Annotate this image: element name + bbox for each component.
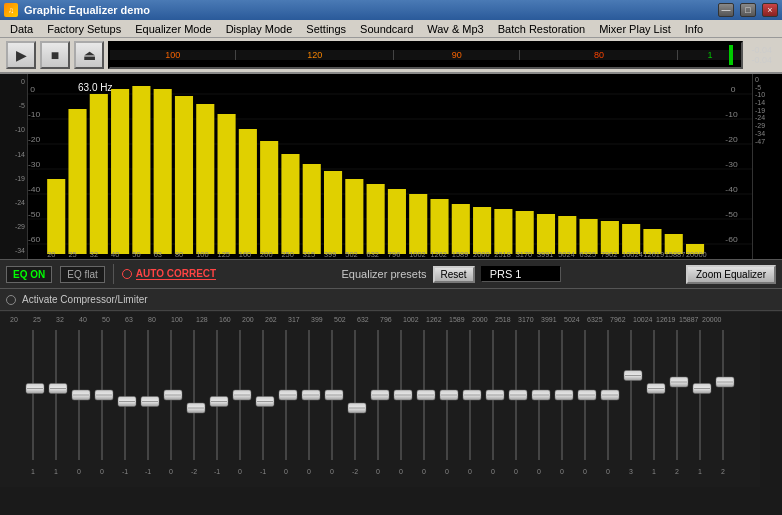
rscale-n34: -34 xyxy=(755,130,780,138)
eq-on-button[interactable]: EQ ON xyxy=(6,266,52,283)
rscale-n19: -19 xyxy=(755,107,780,115)
svg-text:317: 317 xyxy=(288,316,300,323)
fader-value-0: 1 xyxy=(31,468,35,475)
toolbar: ▶ ■ ⏏ 100 120 90 80 1 -0.04 -0.04 xyxy=(0,38,782,74)
svg-rect-21 xyxy=(47,179,65,254)
svg-rect-31 xyxy=(260,141,278,254)
fader-value-14: -2 xyxy=(352,468,358,475)
compressor-radio[interactable] xyxy=(6,295,16,305)
svg-text:160: 160 xyxy=(239,250,251,259)
fader-value-12: 0 xyxy=(307,468,311,475)
menu-batch-restoration[interactable]: Batch Restoration xyxy=(492,22,591,36)
faders-area: 20 25 32 40 50 63 80 100 128 160 200 262… xyxy=(0,312,782,487)
svg-text:12619: 12619 xyxy=(643,250,664,259)
svg-rect-29 xyxy=(218,114,236,254)
svg-text:1589: 1589 xyxy=(452,250,469,259)
menu-data[interactable]: Data xyxy=(4,22,39,36)
svg-text:399: 399 xyxy=(324,250,336,259)
svg-rect-23 xyxy=(90,94,108,254)
menu-soundcard[interactable]: Soundcard xyxy=(354,22,419,36)
svg-text:2518: 2518 xyxy=(494,250,511,259)
reset-button[interactable]: Reset xyxy=(433,266,475,283)
app-icon: ♫ xyxy=(4,3,18,17)
seek-segment-1: 100 xyxy=(110,50,236,60)
svg-rect-41 xyxy=(473,207,491,254)
svg-rect-44 xyxy=(537,214,555,254)
db-label-right2: -0.04 xyxy=(751,55,772,65)
preset-name-input[interactable] xyxy=(481,266,561,282)
svg-text:-40: -40 xyxy=(725,185,738,194)
zoom-equalizer-button[interactable]: Zoom Equalizer xyxy=(686,265,776,284)
svg-text:-50: -50 xyxy=(725,210,738,219)
svg-rect-131 xyxy=(216,330,218,460)
stop-button[interactable]: ■ xyxy=(40,41,70,69)
fader-value-2: 0 xyxy=(77,468,81,475)
svg-rect-22 xyxy=(68,109,86,254)
fader-value-22: 0 xyxy=(537,468,541,475)
svg-text:3991: 3991 xyxy=(541,316,557,323)
menu-mixer-playlist[interactable]: Mixer Play List xyxy=(593,22,677,36)
svg-text:-30: -30 xyxy=(725,160,738,169)
seek-segment-3: 90 xyxy=(394,50,520,60)
menu-display-mode[interactable]: Display Mode xyxy=(220,22,299,36)
menu-equalizer-mode[interactable]: Equalizer Mode xyxy=(129,22,217,36)
seek-bar[interactable]: 100 120 90 80 1 xyxy=(108,41,743,69)
svg-text:10024: 10024 xyxy=(633,316,653,323)
fader-value-6: 0 xyxy=(169,468,173,475)
svg-text:1262: 1262 xyxy=(430,250,447,259)
rscale-n47: -47 xyxy=(755,138,780,146)
svg-text:40: 40 xyxy=(111,250,119,259)
fader-value-3: 0 xyxy=(100,468,104,475)
svg-text:502: 502 xyxy=(334,316,346,323)
menu-info[interactable]: Info xyxy=(679,22,709,36)
svg-text:1589: 1589 xyxy=(449,316,465,323)
menu-factory-setups[interactable]: Factory Setups xyxy=(41,22,127,36)
svg-rect-26 xyxy=(154,89,172,254)
svg-text:10024: 10024 xyxy=(622,250,643,259)
svg-text:200: 200 xyxy=(260,250,272,259)
eject-button[interactable]: ⏏ xyxy=(74,41,104,69)
svg-text:0: 0 xyxy=(30,85,35,94)
svg-rect-167 xyxy=(630,330,632,460)
fader-value-13: 0 xyxy=(330,468,334,475)
svg-text:20: 20 xyxy=(10,316,18,323)
fader-value-4: -1 xyxy=(122,468,128,475)
svg-rect-173 xyxy=(699,330,701,460)
svg-text:2000: 2000 xyxy=(472,316,488,323)
fader-value-1: 1 xyxy=(54,468,58,475)
fader-value-30: 2 xyxy=(721,468,725,475)
auto-correct-button[interactable]: AUTO CORRECT xyxy=(136,268,216,280)
scale-n10: -10 xyxy=(2,126,25,134)
svg-text:3991: 3991 xyxy=(537,250,554,259)
minimize-button[interactable]: — xyxy=(718,3,734,17)
fader-value-5: -1 xyxy=(145,468,151,475)
svg-rect-123 xyxy=(124,330,126,460)
svg-text:5024: 5024 xyxy=(564,316,580,323)
svg-rect-27 xyxy=(175,96,193,254)
svg-text:315: 315 xyxy=(303,250,315,259)
svg-text:50: 50 xyxy=(132,250,140,259)
fader-value-8: -1 xyxy=(214,468,220,475)
svg-rect-171 xyxy=(676,330,678,460)
svg-rect-32 xyxy=(281,154,299,254)
svg-text:3170: 3170 xyxy=(516,250,533,259)
right-level-meter: 0 -5 -10 -14 -19 -24 -29 -34 -47 xyxy=(752,74,782,259)
menu-wav-mp3[interactable]: Wav & Mp3 xyxy=(421,22,489,36)
svg-text:25: 25 xyxy=(33,316,41,323)
close-button[interactable]: × xyxy=(762,3,778,17)
eq-flat-button[interactable]: EQ flat xyxy=(60,266,105,283)
svg-text:100: 100 xyxy=(196,250,208,259)
menu-bar: Data Factory Setups Equalizer Mode Displ… xyxy=(0,20,782,38)
svg-text:128: 128 xyxy=(196,316,208,323)
fader-value-10: -1 xyxy=(260,468,266,475)
svg-text:-60: -60 xyxy=(725,235,738,244)
maximize-button[interactable]: □ xyxy=(740,3,756,17)
main-display: 0 -5 -10 -14 -19 -24 -29 -34 63.0 Hz 0 -… xyxy=(0,74,782,259)
menu-settings[interactable]: Settings xyxy=(300,22,352,36)
play-button[interactable]: ▶ xyxy=(6,41,36,69)
svg-rect-36 xyxy=(367,184,385,254)
fader-value-24: 0 xyxy=(583,468,587,475)
fader-value-9: 0 xyxy=(238,468,242,475)
svg-rect-115 xyxy=(32,330,34,460)
svg-text:5024: 5024 xyxy=(558,250,575,259)
